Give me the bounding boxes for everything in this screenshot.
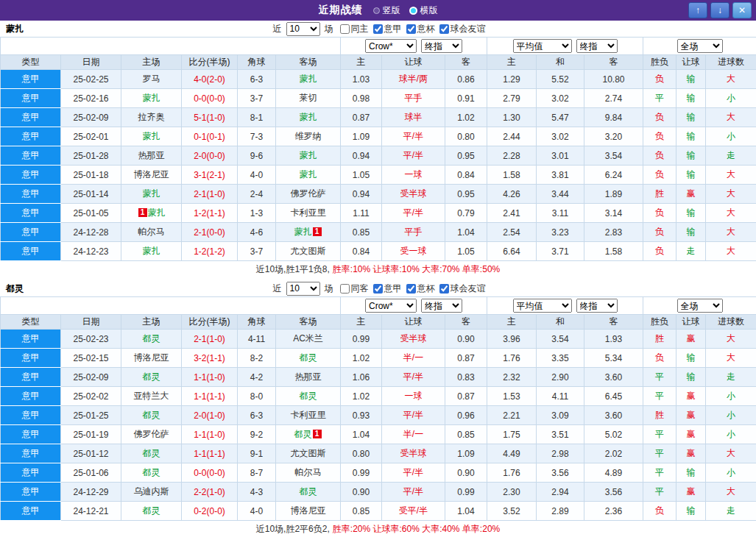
filter-checkbox[interactable] — [439, 284, 449, 294]
league-cell: 意甲 — [1, 502, 61, 521]
filter-option-3[interactable]: 意杯 — [406, 23, 435, 35]
summary-record: 近10场,胜2平6负2, — [256, 523, 330, 536]
avg-away-cell: 3.54 — [584, 146, 643, 166]
average-select[interactable]: 平均值 — [513, 39, 572, 53]
match-count-select[interactable]: 10 — [286, 282, 320, 296]
summary-row: 近10场,胜1平1负8,胜率:10% 让球率:10% 大率:70% 单率:50% — [0, 261, 756, 277]
column-header: 日期 — [61, 315, 121, 330]
result-cell: 平 — [643, 483, 676, 502]
team-text: 都灵 — [143, 505, 160, 516]
avg-away-cell: 9.84 — [584, 108, 643, 127]
away-team-cell: 维罗纳 — [276, 127, 341, 146]
average-mode-select[interactable]: 终指 — [576, 299, 618, 313]
avg-home-cell: 3.52 — [487, 502, 537, 521]
filter-checkbox[interactable] — [373, 284, 383, 294]
view-option-1[interactable]: 竖版 — [373, 4, 400, 17]
filter-label: 意杯 — [417, 23, 435, 35]
average-select[interactable]: 平均值 — [513, 299, 572, 313]
team-text: 博洛尼亚 — [291, 505, 326, 516]
filter-option-3[interactable]: 意杯 — [406, 282, 435, 295]
score-cell: 0-2(0-0) — [182, 502, 238, 521]
avg-away-cell: 1.58 — [584, 242, 643, 261]
home-odds-cell: 0.85 — [341, 223, 382, 242]
corner-cell: 9-1 — [238, 444, 276, 463]
handicap-cell: 受一球 — [382, 242, 445, 261]
corner-cell: 9-2 — [238, 425, 276, 444]
bookmaker-mode-select[interactable]: 终指 — [421, 39, 462, 53]
avg-draw-cell: 2.90 — [537, 368, 584, 387]
filter-option-4[interactable]: 球会友谊 — [439, 23, 486, 35]
filter-checkbox[interactable] — [439, 24, 449, 34]
column-header: 主 — [487, 55, 537, 70]
close-icon[interactable]: ✕ — [732, 2, 752, 18]
team-text: 莱切 — [300, 93, 317, 103]
corner-cell: 2-4 — [238, 185, 276, 204]
match-row: 意甲24-12-21都灵0-2(0-0)4-0博洛尼亚0.85受平/半1.043… — [1, 502, 756, 521]
handicap-result-cell: 输 — [676, 146, 706, 166]
scroll-up-icon[interactable]: ↑ — [688, 2, 707, 18]
filter-option-2[interactable]: 意甲 — [373, 23, 402, 35]
bookmaker-select[interactable]: Crow* — [365, 299, 417, 313]
home-team-cell: 佛罗伦萨 — [121, 425, 182, 444]
result-cell: 负 — [643, 146, 676, 166]
red-card-badge: 1 — [138, 208, 147, 217]
average-mode-select[interactable]: 终指 — [576, 39, 618, 53]
scope-select[interactable]: 全场 — [677, 39, 723, 53]
away-odds-cell: 1.05 — [445, 242, 487, 261]
home-team-cell: 亚特兰大 — [121, 387, 182, 406]
filter-checkbox[interactable] — [406, 24, 416, 34]
filter-option-1[interactable]: 同主 — [340, 23, 369, 35]
avg-home-cell: 1.29 — [487, 70, 537, 89]
match-count-select[interactable]: 10 — [286, 22, 320, 36]
column-header: 角球 — [238, 315, 276, 330]
away-odds-cell: 0.99 — [445, 483, 487, 502]
match-row: 意甲25-02-15博洛尼亚3-2(1-1)8-2都灵1.02半/一0.871.… — [1, 349, 756, 368]
away-odds-cell: 0.87 — [445, 349, 487, 368]
away-team-cell: 蒙扎 — [276, 70, 341, 89]
filter-label: 意甲 — [384, 23, 402, 35]
team-section-2: 都灵近10场同客意甲意杯球会友谊Crow*终指平均值终指全场类型日期主场比分(半… — [0, 280, 756, 537]
scroll-down-icon[interactable]: ↓ — [710, 2, 729, 18]
bookmaker-mode-select[interactable]: 终指 — [421, 299, 462, 313]
filter-option-2[interactable]: 意甲 — [373, 282, 402, 295]
filter-checkbox[interactable] — [406, 284, 416, 294]
filter-checkbox[interactable] — [340, 24, 350, 34]
red-card-badge: 1 — [313, 430, 322, 438]
score-cell: 5-1(1-0) — [182, 108, 238, 127]
team-text: 佛罗伦萨 — [291, 188, 326, 199]
league-cell: 意甲 — [1, 89, 61, 108]
home-odds-cell: 0.90 — [341, 483, 382, 502]
away-odds-cell: 0.80 — [445, 127, 487, 146]
avg-away-cell: 10.80 — [584, 70, 643, 89]
filter-checkbox[interactable] — [340, 284, 350, 294]
date-cell: 25-01-14 — [61, 185, 121, 204]
handicap-cell: 半/一 — [382, 349, 445, 368]
team-text: 蒙扎 — [300, 169, 317, 179]
result-cell: 平 — [643, 368, 676, 387]
filter-option-4[interactable]: 球会友谊 — [439, 282, 486, 295]
scope-select[interactable]: 全场 — [677, 299, 723, 313]
column-header: 比分(半场) — [182, 55, 238, 70]
avg-home-cell: 6.64 — [487, 242, 537, 261]
score-cell: 1-1(1-0) — [182, 425, 238, 444]
goals-result-cell: 小 — [706, 387, 756, 406]
column-header: 主 — [341, 315, 382, 330]
filter-controls: 近10场同客意甲意杯球会友谊 — [271, 282, 486, 296]
goals-result-cell: 大 — [706, 330, 756, 349]
home-team-cell: 1蒙扎 — [121, 204, 182, 223]
filter-option-1[interactable]: 同客 — [340, 282, 369, 295]
match-row: 意甲24-12-28帕尔马2-1(0-0)4-6蒙扎10.85平手1.042.5… — [1, 223, 756, 242]
home-team-cell: 都灵 — [121, 502, 182, 521]
avg-draw-cell: 2.94 — [537, 483, 584, 502]
away-team-cell: 尤文图斯 — [276, 444, 341, 463]
filter-checkbox[interactable] — [373, 24, 383, 34]
view-option-2[interactable]: 横版 — [409, 4, 438, 17]
bookmaker-select[interactable]: Crow* — [365, 39, 417, 53]
corner-cell: 4-3 — [238, 483, 276, 502]
column-header: 让球 — [676, 55, 706, 70]
score-cell: 2-1(1-0) — [182, 185, 238, 204]
corner-cell: 8-2 — [238, 349, 276, 368]
away-team-cell: 卡利亚里 — [276, 204, 341, 223]
home-odds-cell: 1.04 — [341, 425, 382, 444]
handicap-result-cell: 输 — [676, 127, 706, 146]
